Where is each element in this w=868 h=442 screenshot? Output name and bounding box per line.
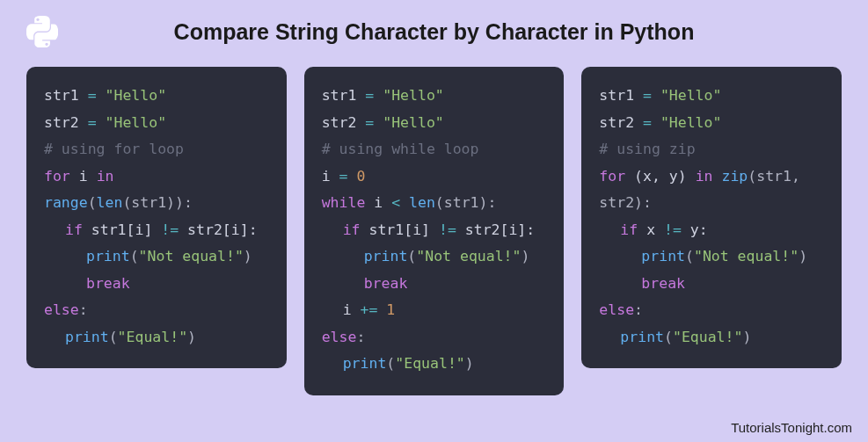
footer-credit: TutorialsTonight.com [731, 420, 852, 435]
code-panels: str1 = "Hello" str2 = "Hello" # using fo… [0, 58, 868, 395]
code-block-for-loop: str1 = "Hello" str2 = "Hello" # using fo… [26, 67, 287, 368]
header: Compare String Character by Character in… [0, 0, 868, 58]
page-title: Compare String Character by Character in… [26, 19, 842, 45]
code-block-while-loop: str1 = "Hello" str2 = "Hello" # using wh… [304, 67, 565, 395]
code-block-zip: str1 = "Hello" str2 = "Hello" # using zi… [581, 67, 842, 368]
